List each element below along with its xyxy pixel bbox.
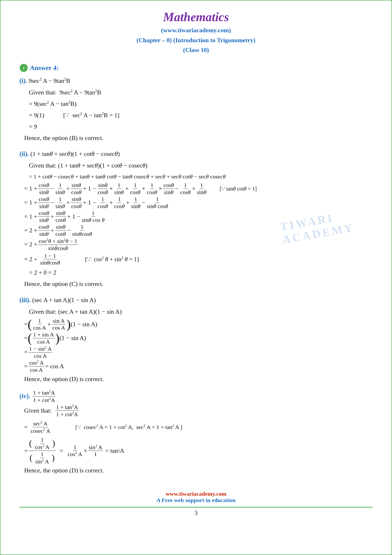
bottom-divider xyxy=(20,507,372,508)
answer-iv: (iv). 1 + tan2A1 + cot2A Given that: 1 +… xyxy=(20,389,372,476)
answer-i: (i). 9sec2 A − 9tan2B Given that: 9sec2 … xyxy=(20,75,372,144)
page-title: Mathematics xyxy=(20,10,372,24)
footer-tagline: A Free web support in education xyxy=(20,497,372,504)
answer-section: t Answer 4: (i). 9sec2 A − 9tan2B Given … xyxy=(20,62,372,476)
answer-iii: (iii). (sec A + tan A)(1 − sin A) Given … xyxy=(20,294,372,385)
footer-website: www.tiwariacademy.com xyxy=(20,491,372,497)
answer-ii: (ii). (1 + tanθ + secθ)(1 + cotθ − cosec… xyxy=(20,148,372,290)
logo-icon: t xyxy=(20,64,28,72)
website-subtitle: (www.tiwariacademy.com) (Chapter – 8) (I… xyxy=(20,25,372,55)
footer: www.tiwariacademy.com A Free web support… xyxy=(20,491,372,504)
page-number: 3 xyxy=(20,510,372,517)
answer-heading: t Answer 4: xyxy=(20,62,372,74)
